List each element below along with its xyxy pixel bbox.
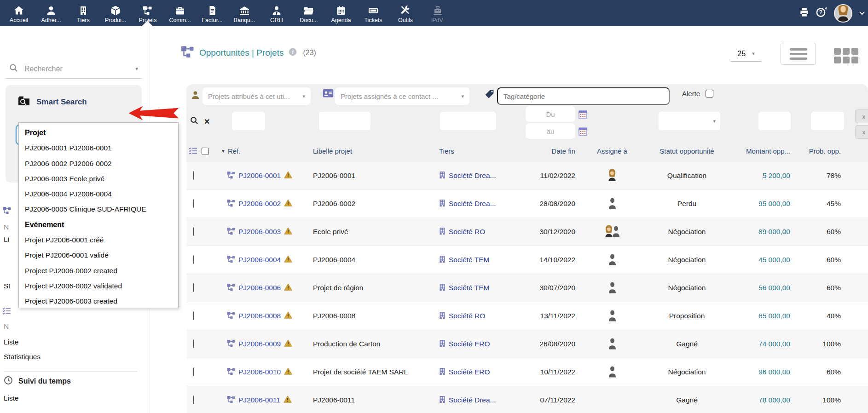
alert-checkbox[interactable]	[706, 90, 713, 98]
nav-item-agenda[interactable]: Agenda	[325, 3, 357, 23]
help-icon[interactable]: ?	[816, 7, 827, 19]
project-ref-link[interactable]: PJ2006-0002	[238, 200, 281, 208]
filter-tiers-input[interactable]	[440, 112, 496, 130]
search-result-item[interactable]: PJ2006-0005 Clinique SUD-AFRIQUE	[19, 201, 178, 217]
info-icon[interactable]: i	[289, 48, 297, 58]
grid-view-button[interactable]	[834, 48, 860, 64]
sidebar-item-statistiques[interactable]: Statistiques	[4, 353, 41, 361]
sidebar-item-liste_b[interactable]: Liste	[4, 394, 19, 402]
thirdparty-link[interactable]: Société Drea...	[449, 200, 496, 208]
project-ref-link[interactable]: PJ2006-0001	[238, 172, 281, 180]
search-result-item[interactable]: Projet PJ2006-0001 créé	[19, 232, 178, 247]
project-ref-link[interactable]: PJ2006-0006	[238, 284, 281, 292]
search-result-item[interactable]: Project PJ2006-0002 created	[19, 263, 178, 278]
calendar-icon[interactable]	[579, 110, 587, 119]
search-result-item[interactable]: PJ2006-0002 PJ2006-0002	[19, 156, 178, 171]
thirdparty-link[interactable]: Société Drea...	[449, 172, 496, 180]
project-ref-link[interactable]: PJ2006-0004	[238, 256, 281, 264]
nav-item-outils[interactable]: Outils	[389, 3, 422, 23]
column-header-statut[interactable]: Statut opportunité	[644, 147, 729, 155]
calendar-icon[interactable]	[579, 127, 587, 136]
filter-label-input[interactable]	[319, 112, 370, 130]
avatar-man[interactable]	[607, 196, 618, 211]
column-header-date[interactable]: Date fin	[536, 147, 580, 155]
column-header-mont[interactable]: Montant opp...	[729, 147, 794, 155]
row-checkbox[interactable]	[193, 339, 194, 348]
thirdparty-link[interactable]: Société RO	[449, 312, 485, 320]
row-checkbox[interactable]	[193, 199, 194, 208]
search-result-item[interactable]: PJ2006-0001 PJ2006-0001	[19, 140, 178, 155]
avatar-man[interactable]	[607, 281, 618, 295]
avatar-man[interactable]	[607, 337, 618, 351]
row-checkbox[interactable]	[193, 171, 194, 180]
nav-item-pdv[interactable]: PdV	[422, 3, 454, 23]
nav-item-factur[interactable]: Factur...	[196, 3, 228, 23]
avatar-man[interactable]	[607, 309, 618, 323]
filter-action-button[interactable]: x	[855, 109, 868, 123]
project-ref-link[interactable]: PJ2006-0010	[238, 368, 281, 376]
sidebar-item-liste_a[interactable]: Liste	[4, 338, 19, 346]
avatar-man[interactable]	[611, 224, 621, 239]
nav-item-grh[interactable]: GRH	[260, 3, 293, 23]
chevron-down-icon[interactable]	[859, 9, 865, 17]
project-ref-link[interactable]: PJ2006-0009	[238, 340, 281, 348]
nav-item-docu[interactable]: Docu...	[293, 3, 325, 23]
thirdparty-link[interactable]: Société ERO	[449, 340, 490, 348]
nav-item-tickets[interactable]: Tickets	[357, 3, 389, 23]
date-to-input[interactable]: au	[526, 123, 575, 139]
page-size-select[interactable]: 25 ▾	[731, 46, 761, 62]
project-ref-link[interactable]: PJ2006-0003	[238, 228, 281, 236]
date-from-input[interactable]: Du	[526, 106, 575, 122]
print-icon[interactable]	[799, 7, 810, 19]
nav-item-produi[interactable]: Produi...	[99, 3, 132, 23]
column-header-lib[interactable]: Libellé projet	[311, 147, 428, 155]
sidebar-search-select[interactable]: Rechercher ▾	[6, 59, 142, 79]
search-result-item[interactable]: PJ2006-0004 PJ2006-0004	[19, 186, 178, 201]
tag-category-input[interactable]	[497, 87, 670, 105]
filter-ref-input[interactable]	[232, 112, 265, 130]
filter-status-select[interactable]: ▾	[659, 112, 720, 130]
row-checkbox[interactable]	[193, 311, 194, 320]
thirdparty-link[interactable]: Société Drea...	[449, 396, 496, 404]
search-result-item[interactable]: Projet PJ2006-0001 validé	[19, 247, 178, 263]
filter-action-button[interactable]: x	[855, 125, 868, 139]
search-result-item[interactable]: Project PJ2006-0002 validated	[19, 278, 178, 293]
nav-item-comm[interactable]: Comm...	[164, 3, 196, 23]
filter-prob-input[interactable]	[811, 112, 844, 130]
row-checkbox[interactable]	[193, 255, 194, 264]
row-checkbox[interactable]	[193, 283, 194, 292]
clear-filters-icon[interactable]: ✕	[204, 117, 210, 126]
row-checkbox[interactable]	[193, 396, 194, 404]
nav-item-accueil[interactable]: Accueil	[3, 3, 35, 23]
list-view-button[interactable]	[781, 43, 816, 65]
nav-item-tiers[interactable]: Tiers	[67, 3, 99, 23]
avatar-man[interactable]	[607, 365, 618, 379]
column-header-ref[interactable]: ▼Réf.	[219, 147, 311, 155]
filter-amount-input[interactable]	[758, 112, 791, 130]
nav-item-banqu[interactable]: Banqu...	[228, 3, 260, 23]
nav-item-adhr[interactable]: Adhér...	[35, 3, 67, 23]
avatar-woman[interactable]	[607, 168, 618, 183]
sidebar-item-fragment_st[interactable]: St	[4, 282, 11, 290]
column-header-ass[interactable]: Assigné à	[580, 147, 644, 155]
thirdparty-link[interactable]: Société ERO	[449, 368, 490, 376]
thirdparty-link[interactable]: Société TEM	[449, 284, 489, 292]
column-header-tiers[interactable]: Tiers	[428, 147, 536, 155]
user-avatar[interactable]	[834, 4, 852, 23]
row-checkbox[interactable]	[193, 227, 194, 236]
project-ref-link[interactable]: PJ2006-0008	[238, 312, 281, 320]
search-icon[interactable]	[190, 116, 198, 126]
project-ref-link[interactable]: PJ2006-0011	[238, 396, 280, 404]
thirdparty-link[interactable]: Société TEM	[449, 256, 489, 264]
row-checkbox[interactable]	[193, 367, 194, 376]
assigned-contact-filter[interactable]: Projets assignés à ce contact ... ▾	[335, 87, 469, 105]
assigned-user-filter[interactable]: Projets attribués à cet uti... ▾	[203, 87, 311, 105]
select-all-checkbox[interactable]	[202, 148, 209, 155]
sidebar-item-fragment_n2[interactable]: N	[4, 322, 9, 331]
sidebar-item-fragment_n1[interactable]: N	[4, 223, 9, 231]
search-result-item[interactable]: Project PJ2006-0003 created	[19, 293, 178, 308]
avatar-man[interactable]	[607, 252, 618, 267]
sidebar-item-fragment_li[interactable]: Li	[4, 235, 9, 244]
column-header-prob[interactable]: Prob. opp.	[794, 147, 845, 155]
search-result-item[interactable]: PJ2006-0003 Ecole privé	[19, 171, 178, 186]
